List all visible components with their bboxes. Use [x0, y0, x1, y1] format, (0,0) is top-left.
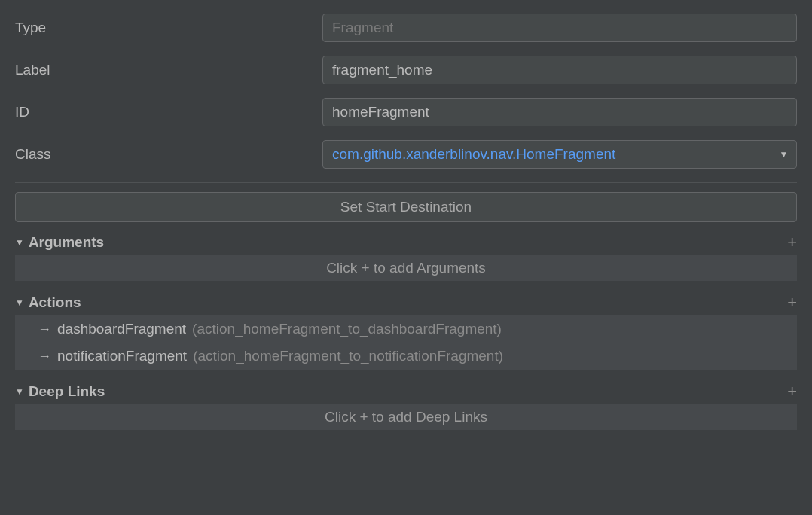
action-id: (action_homeFragment_to_notificationFrag… [193, 348, 503, 364]
arguments-title: Arguments [29, 234, 104, 251]
arguments-add-button[interactable]: + [787, 233, 797, 252]
set-start-destination-label: Set Start Destination [340, 199, 472, 215]
deep-links-add-button[interactable]: + [787, 382, 797, 401]
id-field[interactable]: homeFragment [322, 98, 797, 126]
set-start-destination-button[interactable]: Set Start Destination [15, 192, 797, 222]
action-destination: notificationFragment [57, 348, 187, 364]
id-value: homeFragment [332, 104, 429, 120]
id-label: ID [15, 104, 322, 120]
actions-list: → dashboardFragment (action_homeFragment… [15, 315, 797, 370]
caret-down-icon: ▼ [15, 297, 24, 308]
type-value: Fragment [332, 20, 393, 36]
divider [15, 182, 797, 183]
type-field: Fragment [322, 14, 797, 42]
actions-section-header[interactable]: ▼ Actions + [15, 290, 797, 315]
action-id: (action_homeFragment_to_dashboardFragmen… [192, 321, 502, 337]
arrow-right-icon: → [38, 349, 51, 364]
label-field[interactable]: fragment_home [322, 56, 797, 84]
deep-links-title: Deep Links [29, 383, 105, 400]
label-value: fragment_home [332, 62, 432, 78]
arguments-section-header[interactable]: ▼ Arguments + [15, 230, 797, 255]
type-label: Type [15, 20, 322, 36]
deep-links-empty-hint: Click + to add Deep Links [15, 404, 797, 430]
deep-links-section-header[interactable]: ▼ Deep Links + [15, 379, 797, 404]
label-label: Label [15, 62, 322, 78]
class-dropdown-button[interactable]: ▼ [771, 141, 796, 168]
arrow-right-icon: → [38, 321, 51, 337]
arguments-empty-hint: Click + to add Arguments [15, 255, 797, 281]
actions-title: Actions [29, 294, 81, 311]
actions-add-button[interactable]: + [787, 293, 797, 312]
action-item[interactable]: → dashboardFragment (action_homeFragment… [15, 315, 797, 343]
caret-down-icon: ▼ [15, 237, 24, 248]
action-item[interactable]: → notificationFragment (action_homeFragm… [15, 343, 797, 370]
caret-down-icon: ▼ [15, 386, 24, 397]
class-field[interactable]: com.github.xanderblinov.nav.HomeFragment… [322, 140, 797, 169]
chevron-down-icon: ▼ [780, 149, 789, 160]
action-destination: dashboardFragment [57, 321, 186, 337]
class-value: com.github.xanderblinov.nav.HomeFragment [332, 146, 771, 163]
class-label: Class [15, 146, 322, 163]
